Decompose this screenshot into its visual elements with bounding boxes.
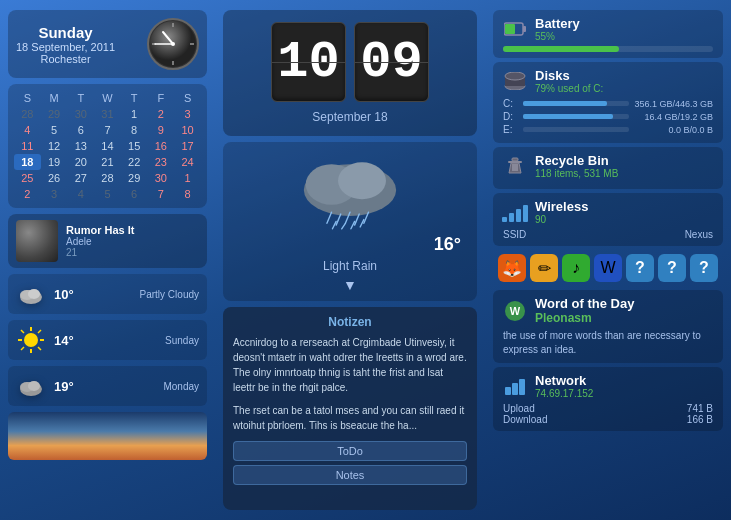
help-icon-2[interactable]: ?: [658, 254, 686, 282]
cal-day[interactable]: 18: [14, 154, 41, 170]
cal-day[interactable]: 30: [148, 170, 175, 186]
cal-day[interactable]: 6: [67, 122, 94, 138]
ssid-value: Nexus: [685, 229, 713, 240]
network-title-area: Network 74.69.17.152: [535, 373, 593, 399]
battery-title-area: Battery 55%: [535, 16, 580, 42]
battery-bar-fill: [503, 46, 619, 52]
cal-header: T: [67, 90, 94, 106]
notizen-notes-btn[interactable]: Notes: [233, 465, 467, 485]
cal-day[interactable]: 3: [41, 186, 68, 202]
wireless-ssid-row: SSID Nexus: [503, 229, 713, 240]
cal-day[interactable]: 24: [174, 154, 201, 170]
cal-day[interactable]: 15: [121, 138, 148, 154]
cal-day[interactable]: 30: [67, 106, 94, 122]
cal-day[interactable]: 6: [121, 186, 148, 202]
cal-day[interactable]: 28: [14, 106, 41, 122]
recycle-widget: Recycle Bin 118 items, 531 MB: [493, 147, 723, 189]
cal-day[interactable]: 22: [121, 154, 148, 170]
recycle-title-area: Recycle Bin 118 items, 531 MB: [535, 153, 618, 179]
cal-day[interactable]: 7: [94, 122, 121, 138]
weather-temp-1: 14°: [54, 333, 157, 348]
cal-day[interactable]: 29: [41, 106, 68, 122]
music-info: Rumor Has It Adele 21: [66, 224, 199, 258]
weather-expand-arrow[interactable]: ▼: [343, 277, 357, 293]
cal-day[interactable]: 9: [148, 122, 175, 138]
network-ip: 74.69.17.152: [535, 388, 593, 399]
weather-icon-0: [16, 279, 46, 309]
svg-line-17: [21, 330, 24, 333]
music-app-icon[interactable]: ♪: [562, 254, 590, 282]
cal-day[interactable]: 25: [14, 170, 41, 186]
cal-header: F: [148, 90, 175, 106]
cal-day[interactable]: 5: [41, 122, 68, 138]
cal-day[interactable]: 11: [14, 138, 41, 154]
svg-point-26: [338, 162, 386, 199]
wotd-definition: the use of more words than are necessary…: [503, 329, 713, 357]
music-widget: Rumor Has It Adele 21: [8, 214, 207, 268]
cal-day[interactable]: 20: [67, 154, 94, 170]
wotd-icon: W: [503, 299, 527, 323]
flip-minute: 09: [354, 22, 429, 102]
network-title: Network: [535, 373, 593, 388]
cal-day[interactable]: 26: [41, 170, 68, 186]
cal-day[interactable]: 1: [121, 106, 148, 122]
cal-day[interactable]: 10: [174, 122, 201, 138]
disk-row-1: D: 16.4 GB/19.2 GB: [503, 111, 713, 122]
disk-size-2: 0.0 B/0.0 B: [633, 125, 713, 135]
firefox-icon[interactable]: 🦊: [498, 254, 526, 282]
cal-day[interactable]: 8: [121, 122, 148, 138]
cal-day[interactable]: 12: [41, 138, 68, 154]
cal-day[interactable]: 4: [67, 186, 94, 202]
word-icon[interactable]: W: [594, 254, 622, 282]
recycle-icon: [503, 154, 527, 178]
disk-bar-bg-0: [523, 101, 629, 106]
disks-title-area: Disks 79% used of C:: [535, 68, 603, 94]
cal-day[interactable]: 19: [41, 154, 68, 170]
disk-bar-fill-1: [523, 114, 613, 119]
svg-line-18: [38, 347, 41, 350]
cal-day[interactable]: 8: [174, 186, 201, 202]
wifi-bar-3: [516, 209, 521, 222]
cal-day[interactable]: 14: [94, 138, 121, 154]
cal-day[interactable]: 29: [121, 170, 148, 186]
cal-day[interactable]: 7: [148, 186, 175, 202]
cal-day[interactable]: 31: [94, 106, 121, 122]
cal-day[interactable]: 2: [148, 106, 175, 122]
cal-day[interactable]: 28: [94, 170, 121, 186]
weather-row-1: 14° Sunday: [8, 320, 207, 360]
network-header: Network 74.69.17.152: [503, 373, 713, 399]
weather-icon-1: [16, 325, 46, 355]
cal-day[interactable]: 21: [94, 154, 121, 170]
flip-hour: 10: [271, 22, 346, 102]
cal-day[interactable]: 27: [67, 170, 94, 186]
svg-rect-49: [505, 387, 511, 395]
music-artist: Adele: [66, 236, 199, 247]
flip-clock-digits: 10 09: [271, 22, 429, 102]
cal-day[interactable]: 16: [148, 138, 175, 154]
cal-day[interactable]: 23: [148, 154, 175, 170]
wireless-strength: 90: [535, 214, 588, 225]
disk-bar-fill-0: [523, 101, 607, 106]
cal-day[interactable]: 4: [14, 122, 41, 138]
download-value: 166 B: [687, 414, 713, 425]
edit-icon[interactable]: ✏: [530, 254, 558, 282]
weather-main-bottom: 16°: [231, 234, 469, 255]
help-icon-1[interactable]: ?: [626, 254, 654, 282]
cal-day[interactable]: 13: [67, 138, 94, 154]
cal-day[interactable]: 2: [14, 186, 41, 202]
disks-subtitle: 79% used of C:: [535, 83, 603, 94]
notizen-widget: Notizen Accnirdog to a rerseach at Crgim…: [223, 307, 477, 510]
wireless-title-area: Wireless 90: [535, 199, 588, 225]
weather-row-2: 19° Monday: [8, 366, 207, 406]
cal-day[interactable]: 5: [94, 186, 121, 202]
music-thumbnail: [16, 220, 58, 262]
disk-label-2: E:: [503, 124, 519, 135]
cal-day[interactable]: 17: [174, 138, 201, 154]
notizen-todo-btn[interactable]: ToDo: [233, 441, 467, 461]
help-icon-3[interactable]: ?: [690, 254, 718, 282]
cal-day[interactable]: 3: [174, 106, 201, 122]
cal-day[interactable]: 1: [174, 170, 201, 186]
svg-point-41: [505, 72, 525, 80]
wotd-word: Pleonasm: [535, 311, 634, 325]
disks-title: Disks: [535, 68, 603, 83]
